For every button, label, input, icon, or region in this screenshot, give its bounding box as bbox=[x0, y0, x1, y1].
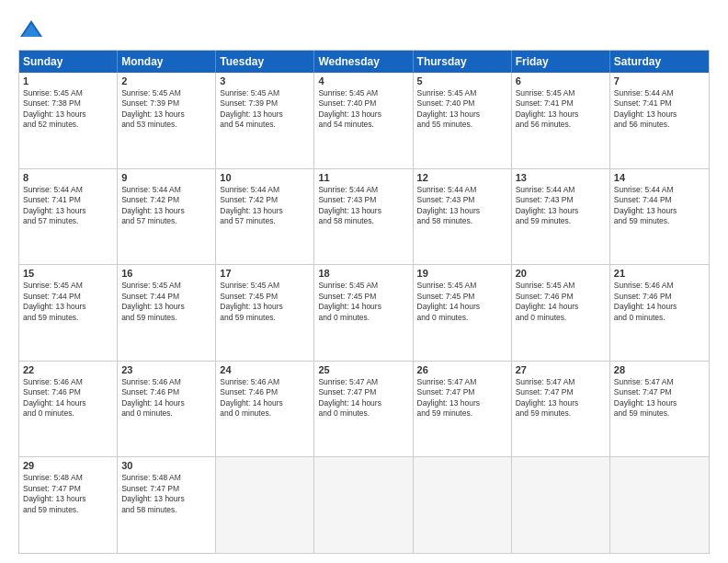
day-cell-18: 18Sunrise: 5:45 AMSunset: 7:45 PMDayligh… bbox=[314, 265, 413, 361]
day-number: 7 bbox=[614, 75, 705, 86]
day-number: 8 bbox=[23, 172, 113, 183]
day-cell-9: 9Sunrise: 5:44 AMSunset: 7:42 PMDaylight… bbox=[118, 169, 216, 265]
day-cell-19: 19Sunrise: 5:45 AMSunset: 7:45 PMDayligh… bbox=[414, 265, 512, 361]
day-number: 17 bbox=[220, 268, 310, 279]
day-cell-14: 14Sunrise: 5:44 AMSunset: 7:44 PMDayligh… bbox=[610, 169, 709, 265]
day-number: 3 bbox=[220, 75, 310, 86]
calendar-row-2: 8Sunrise: 5:44 AMSunset: 7:41 PMDaylight… bbox=[19, 169, 709, 266]
day-info: Sunrise: 5:46 AMSunset: 7:46 PMDaylight:… bbox=[23, 377, 113, 419]
day-cell-6: 6Sunrise: 5:45 AMSunset: 7:41 PMDaylight… bbox=[512, 73, 610, 168]
day-info: Sunrise: 5:45 AMSunset: 7:41 PMDaylight:… bbox=[516, 88, 606, 131]
day-info: Sunrise: 5:47 AMSunset: 7:47 PMDaylight:… bbox=[318, 377, 408, 419]
day-cell-16: 16Sunrise: 5:45 AMSunset: 7:44 PMDayligh… bbox=[118, 265, 216, 361]
day-info: Sunrise: 5:44 AMSunset: 7:42 PMDaylight:… bbox=[220, 185, 310, 227]
day-info: Sunrise: 5:45 AMSunset: 7:45 PMDaylight:… bbox=[318, 281, 408, 323]
day-info: Sunrise: 5:47 AMSunset: 7:47 PMDaylight:… bbox=[614, 377, 705, 419]
day-cell-12: 12Sunrise: 5:44 AMSunset: 7:43 PMDayligh… bbox=[414, 169, 512, 265]
day-cell-29: 29Sunrise: 5:48 AMSunset: 7:47 PMDayligh… bbox=[19, 457, 118, 553]
empty-cell bbox=[610, 457, 709, 553]
day-info: Sunrise: 5:45 AMSunset: 7:45 PMDaylight:… bbox=[417, 281, 507, 323]
day-info: Sunrise: 5:48 AMSunset: 7:47 PMDaylight:… bbox=[121, 473, 211, 515]
day-cell-23: 23Sunrise: 5:46 AMSunset: 7:46 PMDayligh… bbox=[118, 362, 216, 457]
day-info: Sunrise: 5:48 AMSunset: 7:47 PMDaylight:… bbox=[23, 473, 113, 515]
day-cell-1: 1Sunrise: 5:45 AMSunset: 7:38 PMDaylight… bbox=[19, 73, 118, 168]
day-info: Sunrise: 5:45 AMSunset: 7:40 PMDaylight:… bbox=[417, 88, 507, 131]
day-info: Sunrise: 5:45 AMSunset: 7:40 PMDaylight:… bbox=[318, 88, 408, 131]
day-cell-25: 25Sunrise: 5:47 AMSunset: 7:47 PMDayligh… bbox=[314, 362, 413, 457]
day-header-sunday: Sunday bbox=[19, 51, 118, 73]
day-info: Sunrise: 5:44 AMSunset: 7:43 PMDaylight:… bbox=[417, 185, 507, 227]
day-header-monday: Monday bbox=[118, 51, 216, 73]
day-cell-11: 11Sunrise: 5:44 AMSunset: 7:43 PMDayligh… bbox=[314, 169, 413, 265]
day-number: 14 bbox=[614, 172, 705, 183]
calendar-body: 1Sunrise: 5:45 AMSunset: 7:38 PMDaylight… bbox=[19, 73, 709, 553]
day-cell-27: 27Sunrise: 5:47 AMSunset: 7:47 PMDayligh… bbox=[512, 362, 610, 457]
day-cell-7: 7Sunrise: 5:44 AMSunset: 7:41 PMDaylight… bbox=[610, 73, 709, 168]
day-info: Sunrise: 5:44 AMSunset: 7:41 PMDaylight:… bbox=[614, 88, 705, 131]
day-number: 5 bbox=[417, 75, 507, 86]
day-cell-22: 22Sunrise: 5:46 AMSunset: 7:46 PMDayligh… bbox=[19, 362, 118, 457]
calendar-row-4: 22Sunrise: 5:46 AMSunset: 7:46 PMDayligh… bbox=[19, 362, 709, 458]
day-number: 1 bbox=[23, 75, 113, 86]
day-number: 28 bbox=[614, 364, 705, 375]
day-number: 15 bbox=[23, 268, 113, 279]
logo-icon bbox=[18, 17, 44, 42]
day-info: Sunrise: 5:45 AMSunset: 7:44 PMDaylight:… bbox=[121, 281, 211, 323]
day-header-saturday: Saturday bbox=[610, 51, 709, 73]
day-info: Sunrise: 5:46 AMSunset: 7:46 PMDaylight:… bbox=[220, 377, 310, 419]
day-number: 10 bbox=[220, 172, 310, 183]
day-number: 30 bbox=[121, 460, 211, 471]
day-number: 16 bbox=[121, 268, 211, 279]
day-number: 25 bbox=[318, 364, 408, 375]
day-number: 19 bbox=[417, 268, 507, 279]
calendar-row-3: 15Sunrise: 5:45 AMSunset: 7:44 PMDayligh… bbox=[19, 265, 709, 362]
day-number: 24 bbox=[220, 364, 310, 375]
day-header-thursday: Thursday bbox=[414, 51, 512, 73]
day-number: 9 bbox=[121, 172, 211, 183]
day-info: Sunrise: 5:46 AMSunset: 7:46 PMDaylight:… bbox=[614, 281, 705, 323]
day-number: 6 bbox=[516, 75, 606, 86]
day-info: Sunrise: 5:44 AMSunset: 7:43 PMDaylight:… bbox=[318, 185, 408, 227]
day-info: Sunrise: 5:45 AMSunset: 7:38 PMDaylight:… bbox=[23, 88, 113, 131]
day-cell-21: 21Sunrise: 5:46 AMSunset: 7:46 PMDayligh… bbox=[610, 265, 709, 361]
day-number: 21 bbox=[614, 268, 705, 279]
day-cell-30: 30Sunrise: 5:48 AMSunset: 7:47 PMDayligh… bbox=[118, 457, 216, 553]
day-number: 29 bbox=[23, 460, 113, 471]
empty-cell bbox=[512, 457, 610, 553]
day-info: Sunrise: 5:45 AMSunset: 7:39 PMDaylight:… bbox=[121, 88, 211, 131]
day-cell-3: 3Sunrise: 5:45 AMSunset: 7:39 PMDaylight… bbox=[216, 73, 314, 168]
day-number: 18 bbox=[318, 268, 408, 279]
day-info: Sunrise: 5:45 AMSunset: 7:39 PMDaylight:… bbox=[220, 88, 310, 131]
calendar: SundayMondayTuesdayWednesdayThursdayFrid… bbox=[18, 50, 710, 554]
calendar-header: SundayMondayTuesdayWednesdayThursdayFrid… bbox=[19, 51, 709, 73]
day-cell-10: 10Sunrise: 5:44 AMSunset: 7:42 PMDayligh… bbox=[216, 169, 314, 265]
day-cell-2: 2Sunrise: 5:45 AMSunset: 7:39 PMDaylight… bbox=[118, 73, 216, 168]
day-number: 26 bbox=[417, 364, 507, 375]
day-info: Sunrise: 5:44 AMSunset: 7:41 PMDaylight:… bbox=[23, 185, 113, 227]
day-number: 23 bbox=[121, 364, 211, 375]
day-info: Sunrise: 5:47 AMSunset: 7:47 PMDaylight:… bbox=[516, 377, 606, 419]
day-cell-15: 15Sunrise: 5:45 AMSunset: 7:44 PMDayligh… bbox=[19, 265, 118, 361]
day-info: Sunrise: 5:44 AMSunset: 7:42 PMDaylight:… bbox=[121, 185, 211, 227]
day-cell-4: 4Sunrise: 5:45 AMSunset: 7:40 PMDaylight… bbox=[314, 73, 413, 168]
day-cell-5: 5Sunrise: 5:45 AMSunset: 7:40 PMDaylight… bbox=[414, 73, 512, 168]
day-number: 11 bbox=[318, 172, 408, 183]
day-cell-24: 24Sunrise: 5:46 AMSunset: 7:46 PMDayligh… bbox=[216, 362, 314, 457]
day-cell-26: 26Sunrise: 5:47 AMSunset: 7:47 PMDayligh… bbox=[414, 362, 512, 457]
day-cell-28: 28Sunrise: 5:47 AMSunset: 7:47 PMDayligh… bbox=[610, 362, 709, 457]
day-info: Sunrise: 5:45 AMSunset: 7:44 PMDaylight:… bbox=[23, 281, 113, 323]
day-number: 20 bbox=[516, 268, 606, 279]
day-number: 27 bbox=[516, 364, 606, 375]
day-number: 2 bbox=[121, 75, 211, 86]
day-header-wednesday: Wednesday bbox=[314, 51, 413, 73]
day-info: Sunrise: 5:46 AMSunset: 7:46 PMDaylight:… bbox=[121, 377, 211, 419]
day-number: 13 bbox=[516, 172, 606, 183]
calendar-row-5: 29Sunrise: 5:48 AMSunset: 7:47 PMDayligh… bbox=[19, 457, 709, 553]
calendar-row-1: 1Sunrise: 5:45 AMSunset: 7:38 PMDaylight… bbox=[19, 73, 709, 169]
header bbox=[18, 17, 710, 42]
day-cell-17: 17Sunrise: 5:45 AMSunset: 7:45 PMDayligh… bbox=[216, 265, 314, 361]
day-info: Sunrise: 5:45 AMSunset: 7:46 PMDaylight:… bbox=[516, 281, 606, 323]
logo bbox=[18, 17, 48, 42]
day-cell-8: 8Sunrise: 5:44 AMSunset: 7:41 PMDaylight… bbox=[19, 169, 118, 265]
day-header-friday: Friday bbox=[512, 51, 610, 73]
